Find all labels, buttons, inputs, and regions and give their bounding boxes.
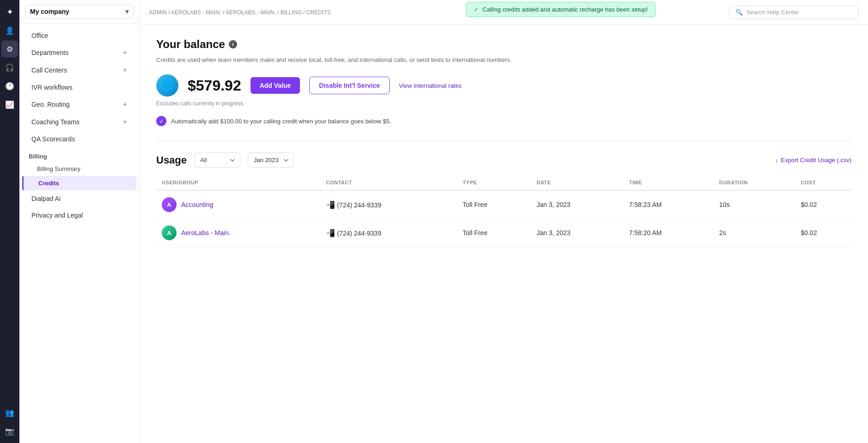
table-row: A AeroLabs - Main. 📲 (724) 244-9339 Toll…: [156, 219, 851, 247]
col-date: DATE: [531, 175, 623, 190]
sidebar-item-label: IVR workflows: [31, 84, 73, 91]
col-cost: COST: [795, 175, 851, 190]
sidebar: My company ▾ Office Departments + Call C…: [19, 0, 140, 443]
user-link[interactable]: Accounting: [181, 201, 213, 208]
balance-amount: $579.92: [188, 77, 241, 94]
filter-all-select[interactable]: All: [194, 152, 240, 168]
cell-duration: 2s: [714, 219, 795, 247]
disable-intl-button[interactable]: Disable Int'l Service: [309, 77, 390, 94]
sidebar-item-ivr-workflows[interactable]: IVR workflows: [22, 79, 136, 96]
plus-icon: +: [123, 100, 127, 109]
page-title: Your balance: [156, 38, 225, 51]
sidebar-item-label: Credits: [38, 180, 59, 187]
sidebar-item-geo-routing[interactable]: Geo. Routing +: [22, 96, 136, 113]
plus-icon: +: [123, 66, 127, 74]
search-placeholder: Search Help Center: [746, 9, 799, 16]
col-duration: DURATION: [714, 175, 795, 190]
sidebar-item-label: Privacy and Legal: [31, 212, 83, 219]
usage-table: USER/GROUP CONTACT TYPE DATE TIME DURATI…: [156, 175, 851, 247]
export-csv-link[interactable]: ↓ Export Credit Usage (.csv): [775, 157, 851, 164]
sidebar-item-privacy-legal[interactable]: Privacy and Legal: [22, 207, 136, 224]
cell-cost: $0.02: [795, 219, 851, 247]
filter-date-select[interactable]: Jan 2023: [248, 152, 294, 168]
cell-date: Jan 3, 2023: [531, 219, 623, 247]
cell-cost: $0.02: [795, 190, 851, 219]
table-body: A Accounting 📲 (724) 244-9339 Toll Free …: [156, 190, 851, 247]
balance-row: 🌐 $579.92 Add Value Disable Int'l Servic…: [156, 74, 851, 97]
search-icon: 🔍: [735, 9, 743, 16]
icon-bar-video[interactable]: 📷: [1, 423, 18, 439]
cell-duration: 10s: [714, 190, 795, 219]
icon-bar-user[interactable]: 👤: [1, 22, 18, 39]
sidebar-item-label: Call Centers: [31, 67, 67, 74]
col-type: TYPE: [457, 175, 531, 190]
export-label: Export Credit Usage (.csv): [781, 157, 851, 164]
cell-contact: 📲 (724) 244-9339: [320, 190, 457, 219]
sidebar-nav: Office Departments + Call Centers + IVR …: [19, 24, 139, 443]
notification-text: Calling credits added and automatic rech…: [483, 6, 648, 13]
globe-icon: 🌐: [156, 74, 178, 97]
phone-in-icon: 📲: [326, 201, 335, 209]
check-icon: ✓: [474, 6, 479, 13]
sidebar-item-departments[interactable]: Departments +: [22, 44, 136, 61]
page-description: Credits are used when team members make …: [156, 56, 851, 63]
sidebar-item-label: Geo. Routing: [31, 101, 70, 108]
cell-user-group: A AeroLabs - Main.: [156, 219, 320, 247]
icon-bar-logo[interactable]: ✦: [1, 4, 18, 20]
plus-icon: +: [123, 49, 127, 57]
sidebar-item-label: QA Scorecards: [31, 135, 75, 143]
cell-contact: 📲 (724) 244-9339: [320, 219, 457, 247]
plus-icon: +: [123, 118, 127, 126]
sidebar-item-qa-scorecards[interactable]: QA Scorecards: [22, 131, 136, 147]
cell-date: Jan 3, 2023: [531, 190, 623, 219]
sidebar-item-label: Billing Summary: [37, 165, 80, 172]
download-icon: ↓: [775, 157, 778, 164]
main-area: ADMIN / AEROLABS - MAIN. / AEROLABS - MA…: [140, 0, 868, 443]
excludes-note: Excludes calls currently in progress.: [156, 100, 851, 107]
sidebar-item-label: Dialpad Ai: [31, 195, 61, 202]
icon-bar-headset[interactable]: 🎧: [1, 59, 18, 76]
sidebar-item-office[interactable]: Office: [22, 27, 136, 44]
sidebar-item-credits[interactable]: Credits: [22, 176, 136, 190]
topbar: ADMIN / AEROLABS - MAIN. / AEROLABS - MA…: [140, 0, 868, 25]
sidebar-item-label: Coaching Teams: [31, 118, 79, 126]
icon-bar: ✦ 👤 ⚙ 🎧 🕐 📈 👥 📷: [0, 0, 19, 443]
table-row: A Accounting 📲 (724) 244-9339 Toll Free …: [156, 190, 851, 219]
cell-time: 7:58:20 AM: [623, 219, 714, 247]
icon-bar-gear[interactable]: ⚙: [1, 41, 18, 57]
icon-bar-clock[interactable]: 🕐: [1, 78, 18, 94]
sidebar-item-coaching-teams[interactable]: Coaching Teams +: [22, 113, 136, 131]
usage-title: Usage: [156, 154, 187, 166]
phone-in-icon: 📲: [326, 229, 335, 237]
icon-bar-people[interactable]: 👥: [1, 404, 18, 421]
sidebar-item-call-centers[interactable]: Call Centers +: [22, 61, 136, 79]
col-time: TIME: [623, 175, 714, 190]
avatar: A: [162, 225, 177, 240]
search-bar[interactable]: 🔍 Search Help Center: [729, 6, 859, 19]
col-user-group: USER/GROUP: [156, 175, 320, 190]
content: Your balance i Credits are used when tea…: [140, 25, 868, 443]
billing-section-label: Billing: [19, 147, 139, 162]
sidebar-item-label: Office: [31, 32, 48, 39]
usage-header: Usage All Jan 2023 ↓ Export Credit Usage…: [156, 152, 851, 168]
company-select[interactable]: My company ▾: [25, 5, 134, 18]
section-divider: [156, 141, 851, 141]
table-header: USER/GROUP CONTACT TYPE DATE TIME DURATI…: [156, 175, 851, 190]
view-intl-rates-link[interactable]: View International rates: [399, 82, 462, 89]
chevron-down-icon: ▾: [125, 8, 128, 15]
sidebar-item-billing-summary[interactable]: Billing Summary: [22, 162, 136, 176]
check-circle-icon: ✓: [156, 116, 166, 126]
cell-user-group: A Accounting: [156, 190, 320, 219]
cell-type: Toll Free: [457, 190, 531, 219]
add-value-button[interactable]: Add Value: [251, 77, 300, 94]
page-title-row: Your balance i: [156, 38, 851, 51]
company-name: My company: [30, 8, 69, 15]
usage-title-row: Usage All Jan 2023: [156, 152, 294, 168]
avatar: A: [162, 197, 177, 212]
cell-time: 7:58:23 AM: [623, 190, 714, 219]
user-link[interactable]: AeroLabs - Main.: [181, 229, 231, 237]
icon-bar-chart[interactable]: 📈: [1, 96, 18, 113]
info-icon[interactable]: i: [229, 40, 237, 49]
sidebar-item-label: Departments: [31, 49, 68, 56]
sidebar-item-dialpad-ai[interactable]: Dialpad Ai: [22, 190, 136, 207]
